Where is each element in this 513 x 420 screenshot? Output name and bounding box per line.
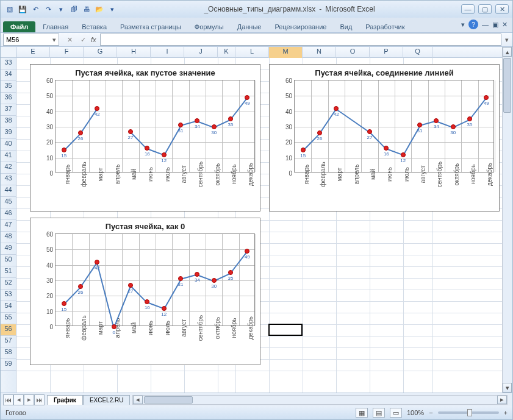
scroll-right-icon[interactable]: ▸ [497, 396, 507, 404]
zoom-in-icon[interactable]: + [504, 409, 508, 416]
row-header-50[interactable]: 50 [1, 255, 16, 266]
row-header-36[interactable]: 36 [1, 93, 16, 104]
sheet-tab-График[interactable]: График [47, 395, 83, 405]
col-header-F[interactable]: F [50, 47, 84, 58]
ribbon-tab-Данные[interactable]: Данные [231, 21, 268, 32]
print-icon[interactable]: 🖶 [81, 4, 92, 15]
tab-prev-icon[interactable]: ◂ [13, 394, 24, 405]
zoom-thumb[interactable] [467, 409, 472, 416]
col-header-E[interactable]: E [16, 47, 50, 58]
save-icon[interactable]: 💾 [17, 4, 28, 15]
close-button[interactable]: ✕ [495, 4, 509, 14]
row-header-53[interactable]: 53 [1, 290, 16, 301]
row-header-49[interactable]: 49 [1, 243, 16, 255]
zoom-out-icon[interactable]: − [429, 409, 432, 416]
zoom-slider[interactable] [438, 411, 499, 414]
cells-area[interactable]: Пустая ячейка, как пустое значение010203… [16, 58, 502, 393]
doc-minimize-icon[interactable]: — [482, 21, 489, 28]
cancel-formula-icon[interactable]: ✕ [64, 34, 75, 45]
chart-2[interactable]: Пустая ячейка, как 00102030405060январьф… [30, 218, 260, 365]
new-icon[interactable]: ▾ [107, 4, 118, 15]
row-header-34[interactable]: 34 [1, 69, 16, 81]
chart-1[interactable]: Пустая ячейка, соединение линией01020304… [269, 64, 500, 212]
page-layout-view-icon[interactable]: ▤ [373, 408, 385, 418]
active-cell[interactable] [268, 324, 303, 336]
file-tab[interactable]: Файл [3, 21, 35, 32]
chart-0[interactable]: Пустая ячейка, как пустое значение010203… [30, 64, 260, 212]
ribbon-tab-Разметка страницы[interactable]: Разметка страницы [114, 21, 187, 32]
col-header-G[interactable]: G [84, 47, 117, 58]
row-header-43[interactable]: 43 [1, 174, 16, 185]
maximize-button[interactable]: ▢ [478, 4, 492, 14]
col-header-P[interactable]: P [370, 47, 403, 58]
ribbon-tab-Главная[interactable]: Главная [37, 21, 74, 32]
normal-view-icon[interactable]: ▦ [356, 408, 368, 418]
ribbon-tab-Вставка[interactable]: Вставка [76, 21, 113, 32]
row-header-45[interactable]: 45 [1, 197, 16, 208]
zoom-level[interactable]: 100% [407, 409, 424, 416]
tab-next-icon[interactable]: ▸ [24, 394, 34, 405]
ribbon-minimize-icon[interactable]: ▾ [461, 21, 465, 29]
row-header-56[interactable]: 56 [1, 324, 16, 336]
row-header-33[interactable]: 33 [1, 58, 16, 69]
col-header-L[interactable]: L [235, 47, 269, 58]
fx-label[interactable]: fx [91, 36, 96, 43]
col-header-K[interactable]: K [218, 47, 235, 58]
row-header-35[interactable]: 35 [1, 81, 16, 93]
undo-icon[interactable]: ↶ [30, 4, 41, 15]
ribbon-tab-Разработчик[interactable]: Разработчик [359, 21, 411, 32]
row-header-46[interactable]: 46 [1, 208, 16, 220]
select-all-corner[interactable] [1, 47, 16, 58]
worksheet-grid[interactable]: EFGHIJKLMNOPQ 33343536373839404142434445… [1, 47, 512, 393]
col-header-H[interactable]: H [117, 47, 151, 58]
row-header-57[interactable]: 57 [1, 336, 16, 347]
open-icon[interactable]: 📂 [94, 4, 105, 15]
col-header-Q[interactable]: Q [403, 47, 432, 58]
row-header-37[interactable]: 37 [1, 104, 16, 116]
namebox-dropdown-icon[interactable]: ▾ [52, 36, 56, 44]
horizontal-scrollbar[interactable]: ◂ ▸ [132, 395, 508, 405]
sheet-tab-EXCEL2.RU[interactable]: EXCEL2.RU [83, 395, 131, 405]
row-header-59[interactable]: 59 [1, 359, 16, 371]
name-box[interactable]: M56 ▾ [3, 34, 59, 46]
doc-restore-icon[interactable]: ▣ [492, 21, 498, 29]
row-header-47[interactable]: 47 [1, 220, 16, 232]
col-header-J[interactable]: J [184, 47, 218, 58]
qat-dropdown-icon[interactable]: ▾ [56, 4, 66, 15]
vertical-scrollbar[interactable]: ▴ ▾ [502, 47, 512, 393]
row-header-41[interactable]: 41 [1, 151, 16, 162]
row-header-48[interactable]: 48 [1, 232, 16, 243]
col-header-N[interactable]: N [303, 47, 336, 58]
row-header-39[interactable]: 39 [1, 127, 16, 139]
hscroll-thumb[interactable] [144, 396, 193, 404]
row-header-44[interactable]: 44 [1, 185, 16, 197]
tab-last-icon[interactable]: ⏭ [34, 394, 45, 405]
scroll-down-icon[interactable]: ▾ [503, 383, 512, 393]
col-header-M[interactable]: M [269, 47, 303, 58]
row-header-54[interactable]: 54 [1, 301, 16, 313]
scroll-up-icon[interactable]: ▴ [503, 47, 512, 57]
col-header-I[interactable]: I [151, 47, 184, 58]
row-header-51[interactable]: 51 [1, 266, 16, 278]
ribbon-tab-Вид[interactable]: Вид [334, 21, 358, 32]
formula-expand-icon[interactable]: ▾ [505, 36, 509, 44]
row-header-42[interactable]: 42 [1, 162, 16, 174]
redo-icon[interactable]: ↷ [43, 4, 54, 15]
row-header-58[interactable]: 58 [1, 347, 16, 359]
ribbon-tab-Формулы[interactable]: Формулы [188, 21, 230, 32]
col-header-O[interactable]: O [336, 47, 370, 58]
doc-close-icon[interactable]: ✕ [502, 21, 508, 29]
minimize-button[interactable]: — [461, 4, 475, 14]
row-header-38[interactable]: 38 [1, 116, 16, 127]
ribbon-tab-Рецензирование[interactable]: Рецензирование [268, 21, 332, 32]
tab-first-icon[interactable]: ⏮ [3, 394, 13, 405]
vscroll-thumb[interactable] [503, 58, 511, 113]
page-break-view-icon[interactable]: ▭ [390, 408, 402, 418]
row-header-40[interactable]: 40 [1, 139, 16, 151]
row-header-52[interactable]: 52 [1, 278, 16, 290]
print-preview-icon[interactable]: 🗐 [68, 4, 79, 15]
formula-bar[interactable] [100, 34, 501, 46]
enter-formula-icon[interactable]: ✓ [77, 34, 88, 45]
scroll-left-icon[interactable]: ◂ [133, 396, 143, 404]
help-icon[interactable]: ? [468, 20, 478, 29]
